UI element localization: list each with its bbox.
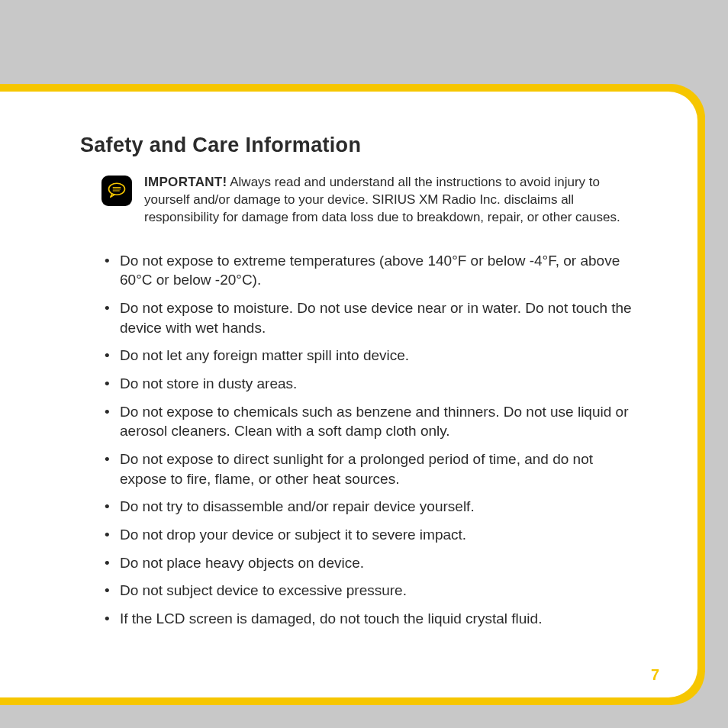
- safety-bullet-list: Do not expose to extreme temperatures (a…: [80, 251, 636, 629]
- list-item: Do not store in dusty areas.: [105, 374, 636, 394]
- important-notice: IMPORTANT! Always read and understand al…: [80, 174, 636, 227]
- list-item: If the LCD screen is damaged, do not tou…: [105, 609, 636, 629]
- speech-bubble-icon: [101, 176, 132, 206]
- list-item: Do not subject device to excessive press…: [105, 581, 636, 601]
- list-item: Do not expose to chemicals such as benze…: [105, 402, 636, 441]
- important-label: IMPORTANT!: [144, 175, 227, 189]
- list-item: Do not let any foreign matter spill into…: [105, 346, 636, 366]
- list-item: Do not expose to direct sunlight for a p…: [105, 449, 636, 488]
- list-item: Do not expose to moisture. Do not use de…: [105, 298, 636, 337]
- page-content: Safety and Care Information IMPORTANT! A…: [0, 92, 697, 697]
- list-item: Do not expose to extreme temperatures (a…: [105, 251, 636, 290]
- list-item: Do not drop your device or subject it to…: [105, 525, 636, 545]
- page-heading: Safety and Care Information: [80, 134, 636, 157]
- list-item: Do not try to disassemble and/or repair …: [105, 497, 636, 517]
- page-number: 7: [651, 666, 659, 684]
- list-item: Do not place heavy objects on device.: [105, 553, 636, 573]
- page-frame: Safety and Care Information IMPORTANT! A…: [0, 84, 705, 705]
- important-text: IMPORTANT! Always read and understand al…: [144, 174, 636, 227]
